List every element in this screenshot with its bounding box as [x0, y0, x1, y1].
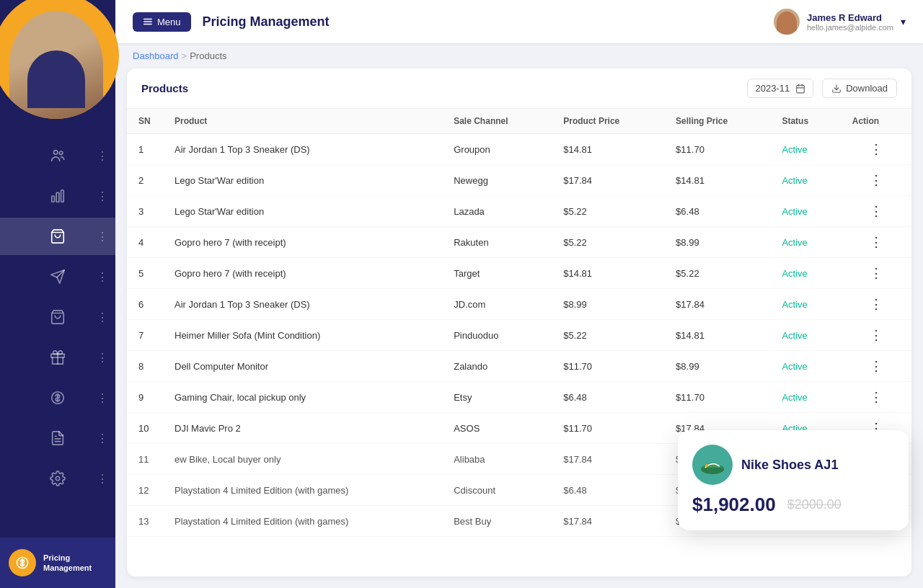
file-icon: [48, 428, 68, 448]
action-menu[interactable]: ⋮: [841, 227, 911, 258]
cell-status: Active: [770, 320, 840, 351]
page-title: Pricing Management: [203, 14, 330, 30]
bag-icon: [48, 307, 68, 327]
avatar-figure: [9, 11, 103, 119]
users-icon: [48, 146, 68, 166]
cell-product: DJI Mavic Pro 2: [163, 413, 442, 444]
cell-selling-price: $14.81: [664, 165, 770, 196]
status-badge: Active: [782, 175, 807, 186]
action-menu[interactable]: ⋮: [841, 289, 911, 320]
cell-selling-price: $8.99: [664, 351, 770, 382]
table-header-row: SN Product Sale Channel Product Price Se…: [127, 109, 911, 134]
cell-sn: 2: [127, 165, 163, 196]
sidebar-item-send[interactable]: ⋮: [0, 258, 115, 295]
cell-selling-price: $5.22: [664, 258, 770, 289]
product-card-header: Nike Shoes AJ1: [692, 445, 894, 485]
sidebar-item-dollar[interactable]: ⋮: [0, 379, 115, 416]
user-avatar-small: [774, 9, 800, 35]
cell-product-price: $17.84: [552, 165, 664, 196]
cell-sn: 5: [127, 258, 163, 289]
cell-product: Air Jordan 1 Top 3 Sneaker (DS): [163, 289, 442, 320]
table-row: 4 Gopro hero 7 (with receipt) Rakuten $5…: [127, 227, 911, 258]
action-menu[interactable]: ⋮: [841, 196, 911, 227]
cell-channel: Newegg: [442, 165, 552, 196]
action-menu[interactable]: ⋮: [841, 258, 911, 289]
sidebar-nav: ⋮ ⋮ ⋮: [0, 137, 115, 497]
settings-menu-dots[interactable]: ⋮: [97, 472, 108, 486]
breadcrumb-current: Products: [190, 50, 226, 61]
sidebar-item-file[interactable]: ⋮: [0, 419, 115, 457]
table-row: 2 Lego Star'War edition Newegg $17.84 $1…: [127, 165, 911, 196]
product-card-prices: $1,902.00 $2000.00: [692, 494, 894, 516]
settings-icon: [48, 468, 68, 489]
header: Menu Pricing Management James R Edward h…: [115, 0, 923, 43]
cell-channel: Groupon: [442, 134, 552, 165]
cell-status: Active: [770, 289, 840, 320]
table-row: 7 Heimer Miller Sofa (Mint Condition) Pi…: [127, 320, 911, 351]
sidebar-item-cart[interactable]: ⋮: [0, 218, 115, 255]
file-menu-dots[interactable]: ⋮: [97, 432, 108, 445]
user-details: James R Edward hello.james@alpide.com: [807, 12, 893, 32]
cell-channel: Etsy: [442, 382, 552, 413]
product-card-name: Nike Shoes AJ1: [741, 458, 838, 473]
action-menu[interactable]: ⋮: [841, 351, 911, 382]
status-badge: Active: [782, 330, 807, 341]
table-row: 6 Air Jordan 1 Top 3 Sneaker (DS) JD.com…: [127, 289, 911, 320]
cell-sn: 1: [127, 134, 163, 165]
product-card-image: [692, 445, 733, 485]
cell-selling-price: $11.70: [664, 382, 770, 413]
svg-rect-18: [797, 85, 805, 92]
cell-product-price: $6.48: [552, 475, 664, 506]
sidebar-item-users[interactable]: ⋮: [0, 137, 115, 174]
action-menu[interactable]: ⋮: [841, 382, 911, 413]
send-menu-dots[interactable]: ⋮: [97, 270, 108, 284]
status-badge: Active: [782, 237, 807, 248]
download-button[interactable]: Download: [822, 79, 897, 98]
action-menu[interactable]: ⋮: [841, 134, 911, 165]
gift-icon: [48, 347, 68, 368]
product-current-price: $1,902.00: [692, 494, 776, 516]
cell-selling-price: $8.99: [664, 227, 770, 258]
cell-product: Lego Star'War edition: [163, 165, 442, 196]
analytics-menu-dots[interactable]: ⋮: [97, 190, 108, 203]
cell-status: Active: [770, 227, 840, 258]
cell-channel: JD.com: [442, 289, 552, 320]
cell-product: Gaming Chair, local pickup only: [163, 382, 442, 413]
date-filter[interactable]: 2023-11: [747, 79, 813, 98]
sidebar-bottom-pricing[interactable]: Pricing Management: [0, 538, 115, 588]
status-badge: Active: [782, 299, 807, 310]
analytics-icon: [48, 186, 68, 206]
gift-menu-dots[interactable]: ⋮: [97, 351, 108, 365]
breadcrumb-separator: >: [182, 50, 187, 61]
sidebar-item-gift[interactable]: ⋮: [0, 339, 115, 376]
dollar-menu-dots[interactable]: ⋮: [97, 391, 108, 405]
cell-selling-price: $6.48: [664, 196, 770, 227]
sidebar-item-analytics[interactable]: ⋮: [0, 177, 115, 215]
chevron-down-icon: ▾: [901, 16, 906, 27]
cell-selling-price: $11.70: [664, 134, 770, 165]
cell-status: Active: [770, 196, 840, 227]
pricing-icon-circle: [9, 549, 36, 576]
cell-sn: 10: [127, 413, 163, 444]
action-menu[interactable]: ⋮: [841, 320, 911, 351]
action-menu[interactable]: ⋮: [841, 165, 911, 196]
table-row: 8 Dell Computer Monitor Zalando $11.70 $…: [127, 351, 911, 382]
large-avatar: [0, 0, 119, 119]
menu-button[interactable]: Menu: [133, 12, 191, 32]
user-name: James R Edward: [807, 12, 893, 23]
cart-icon: [48, 226, 68, 246]
user-email: hello.james@alpide.com: [807, 23, 893, 32]
header-right: James R Edward hello.james@alpide.com ▾: [774, 9, 906, 35]
user-info[interactable]: James R Edward hello.james@alpide.com ▾: [774, 9, 906, 35]
bag-menu-dots[interactable]: ⋮: [97, 311, 108, 324]
sidebar-item-settings[interactable]: ⋮: [0, 460, 115, 497]
users-menu-dots[interactable]: ⋮: [97, 149, 108, 163]
cell-channel: Pinduoduo: [442, 320, 552, 351]
cell-channel: Zalando: [442, 351, 552, 382]
breadcrumb-dashboard[interactable]: Dashboard: [133, 50, 179, 61]
sidebar-item-bag[interactable]: ⋮: [0, 298, 115, 336]
cell-product-price: $5.22: [552, 320, 664, 351]
cell-sn: 7: [127, 320, 163, 351]
sidebar-bottom-label: Pricing Management: [43, 553, 107, 574]
cart-menu-dots[interactable]: ⋮: [97, 230, 108, 244]
